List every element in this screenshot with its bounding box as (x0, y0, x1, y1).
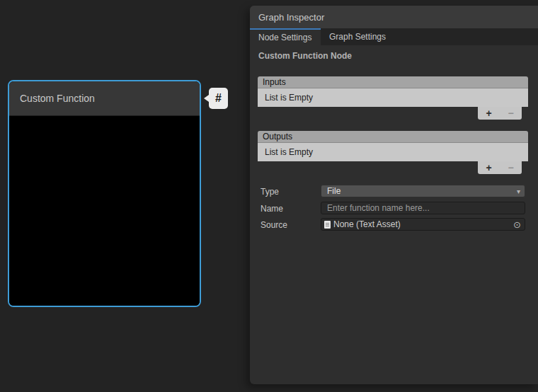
type-dropdown[interactable]: File ▾ (321, 185, 525, 197)
outputs-list-title: Outputs (263, 132, 292, 142)
outputs-list-empty-row: List is Empty (258, 143, 528, 161)
outputs-list-footer-row: + − (258, 161, 528, 174)
tab-node-settings-label: Node Settings (258, 33, 311, 42)
object-picker-icon[interactable]: ⊙ (513, 220, 521, 229)
inputs-empty-label: List is Empty (265, 93, 313, 103)
inputs-remove-button[interactable]: − (503, 108, 520, 119)
custom-function-node[interactable]: Custom Function (8, 80, 201, 307)
node-title: Custom Function (20, 93, 95, 104)
outputs-remove-button[interactable]: − (503, 162, 520, 173)
tab-graph-settings[interactable]: Graph Settings (321, 28, 397, 45)
source-label: Source (261, 220, 287, 230)
outputs-list-footer: + − (478, 161, 522, 174)
source-value: None (Text Asset) (333, 219, 513, 229)
name-label: Name (261, 204, 283, 214)
hash-badge-icon: # (215, 92, 222, 105)
name-input[interactable] (321, 202, 525, 214)
outputs-list: Outputs List is Empty + − (258, 131, 528, 174)
tab-node-settings[interactable]: Node Settings (250, 28, 321, 45)
inputs-list-header: Inputs (258, 76, 528, 88)
graph-inspector-panel: Graph Inspector Node Settings Graph Sett… (250, 6, 538, 384)
panel-titlebar[interactable]: Graph Inspector (250, 6, 538, 28)
node-preview (9, 116, 200, 306)
name-field (321, 202, 525, 214)
node-section-title: Custom Function Node (258, 51, 352, 61)
inputs-list-empty-row: List is Empty (258, 88, 528, 107)
chevron-down-icon: ▾ (517, 188, 520, 195)
tab-graph-settings-label: Graph Settings (329, 32, 386, 42)
panel-title: Graph Inspector (258, 12, 324, 23)
node-header[interactable]: Custom Function (9, 81, 200, 116)
type-dropdown-value: File (327, 186, 340, 196)
outputs-empty-label: List is Empty (265, 147, 313, 157)
outputs-list-header: Outputs (258, 131, 528, 143)
inputs-list-footer: + − (478, 107, 522, 120)
inputs-list-title: Inputs (263, 77, 286, 87)
inputs-add-button[interactable]: + (481, 108, 498, 119)
inputs-list-footer-row: + − (258, 107, 528, 120)
text-asset-icon (324, 221, 331, 229)
type-label: Type (261, 187, 279, 197)
source-object-field[interactable]: None (Text Asset) ⊙ (321, 218, 525, 231)
hash-badge[interactable]: # (209, 88, 228, 109)
tab-bar: Node Settings Graph Settings (250, 28, 538, 45)
outputs-add-button[interactable]: + (481, 162, 498, 173)
inputs-list: Inputs List is Empty + − (258, 76, 528, 120)
